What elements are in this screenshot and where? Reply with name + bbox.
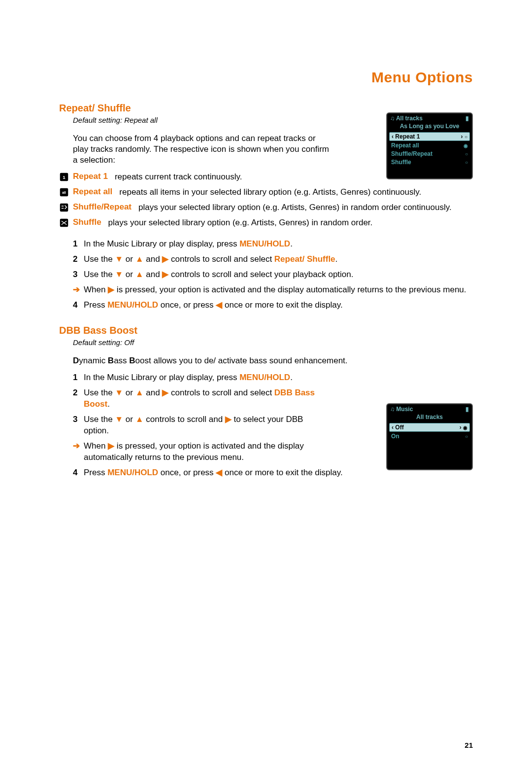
device-item: Shuffle○ [389, 158, 470, 166]
svg-rect-4 [60, 204, 68, 212]
device-item: On○ [389, 432, 470, 440]
down-icon: ▼ [115, 254, 123, 264]
right-icon: ▶ [162, 254, 168, 264]
device-subtitle: As Long as you Love [387, 123, 472, 131]
svg-text:1: 1 [63, 175, 66, 180]
shuffle-desc: plays your selected library option (e.g.… [108, 217, 473, 228]
result-arrow-icon: ➔ [73, 441, 84, 463]
dbb-step1: In the Music Library or play display, pr… [84, 372, 473, 384]
right-icon: ▶ [225, 415, 232, 424]
up-icon: ▲ [135, 270, 144, 279]
step-number: 4 [73, 300, 84, 311]
shufflerepeat-desc: plays your selected library option (e.g.… [138, 202, 473, 213]
device-screen-repeat: ♫ All tracks ▮ As Long as you Love ‹ Rep… [386, 112, 473, 179]
up-icon: ▲ [135, 254, 144, 264]
up-icon: ▲ [135, 388, 144, 397]
result-arrow-icon: ➔ [73, 284, 84, 296]
repeat1-label: Repeat 1 [73, 172, 115, 181]
note-icon: ♫ [390, 406, 395, 413]
dbb-step2: Use the ▼ or ▲ and ▶ controls to scroll … [84, 387, 330, 410]
repeatall-icon: all [59, 187, 73, 199]
device-item: Shuffle/Repeat○ [389, 150, 470, 158]
step-number: 2 [73, 387, 84, 410]
rs-note: When ▶ is pressed, your option is activa… [84, 284, 473, 296]
device-screen-dbb: ♫ Music ▮ All tracks ‹ Off› ◉ On○ [386, 403, 473, 470]
dbb-note: When ▶ is pressed, your option is activa… [84, 441, 330, 463]
shuffle-label: Shuffle [73, 217, 108, 227]
left-icon: ◀ [216, 300, 222, 310]
right-icon: ▶ [108, 285, 114, 294]
step-number: 4 [73, 467, 84, 479]
step-number: 3 [73, 269, 84, 280]
down-icon: ▼ [115, 415, 123, 424]
intro-repeat-shuffle: You can choose from 4 playback options a… [73, 133, 329, 166]
repeatall-label: Repeat all [73, 187, 119, 197]
rs-step4: Press MENU/HOLD once, or press ◀ once or… [84, 300, 473, 311]
right-icon: ▶ [108, 441, 114, 451]
intro-dbb: Dynamic Bass Boost allows you to de/ act… [73, 355, 473, 366]
step-number: 3 [73, 414, 84, 437]
shufflerepeat-label: Shuffle/Repeat [73, 202, 138, 212]
shufflerepeat-icon [59, 202, 73, 214]
down-icon: ▼ [115, 270, 123, 279]
page-number: 21 [465, 741, 473, 749]
repeatall-desc: repeats all items in your selected libra… [119, 187, 473, 198]
default-setting-dbb: Default setting: Off [73, 338, 473, 347]
shuffle-icon [59, 217, 73, 230]
right-icon: ▶ [162, 388, 168, 397]
step-number: 1 [73, 239, 84, 250]
up-icon: ▲ [135, 415, 144, 424]
right-icon: ▶ [162, 270, 168, 279]
rs-step3: Use the ▼ or ▲ and ▶ controls to scroll … [84, 269, 473, 280]
left-icon: ◀ [216, 468, 222, 477]
device-item-selected: ‹ Repeat 1› ○ [389, 132, 470, 141]
battery-icon: ▮ [466, 115, 469, 122]
repeat1-icon: 1 [59, 172, 73, 184]
step-number: 2 [73, 254, 84, 265]
rs-step1: In the Music Library or play display, pr… [84, 239, 473, 250]
rs-step2: Use the ▼ or ▲ and ▶ controls to scroll … [84, 254, 473, 265]
device-item: Repeat all◉ [389, 141, 470, 149]
page-title: Menu Options [59, 69, 473, 86]
battery-icon: ▮ [466, 406, 469, 413]
down-icon: ▼ [115, 388, 123, 397]
device-item-selected: ‹ Off› ◉ [389, 423, 470, 432]
note-icon: ♫ [390, 115, 395, 122]
step-number: 1 [73, 372, 84, 384]
device-subtitle: All tracks [387, 414, 472, 421]
svg-text:all: all [62, 191, 66, 194]
dbb-step3: Use the ▼ or ▲ controls to scroll and ▶ … [84, 414, 330, 437]
heading-dbb: DBB Bass Boost [59, 325, 473, 336]
